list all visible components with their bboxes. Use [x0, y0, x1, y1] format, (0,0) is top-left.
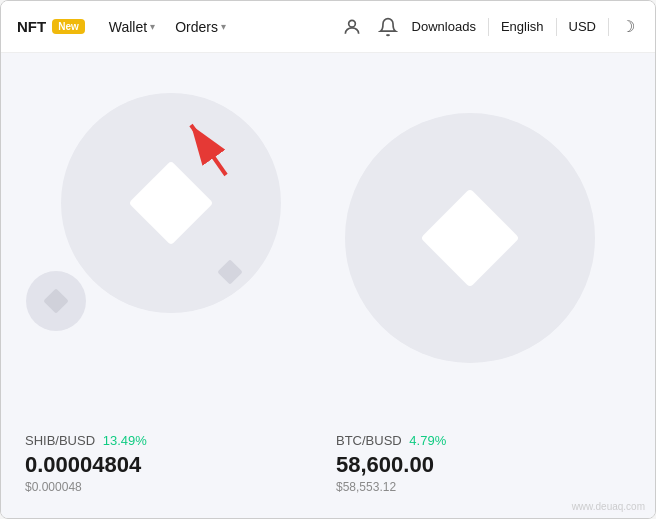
- divider-3: [608, 18, 609, 36]
- account-button[interactable]: [336, 11, 368, 43]
- logo: NFT: [17, 18, 46, 35]
- circle-right: [345, 113, 595, 363]
- main-content: SHIB/BUSD 13.49% 0.00004804 $0.000048 BT…: [1, 53, 655, 518]
- shib-price: 0.00004804: [25, 452, 320, 478]
- circle-left: [61, 93, 281, 313]
- currency-selector[interactable]: USD: [565, 15, 600, 38]
- btc-price: 58,600.00: [336, 452, 631, 478]
- circles-area: [1, 53, 655, 421]
- shib-pair-label: SHIB/BUSD: [25, 433, 95, 448]
- shib-usd: $0.000048: [25, 480, 320, 494]
- circle-small-left: [26, 271, 86, 331]
- diamond-right: [421, 189, 520, 288]
- downloads-link[interactable]: Downloads: [408, 15, 480, 38]
- btc-pair: BTC/BUSD 4.79%: [336, 433, 631, 448]
- bell-icon: [378, 17, 398, 37]
- btc-change: 4.79%: [409, 433, 446, 448]
- shib-change: 13.49%: [103, 433, 147, 448]
- browser-frame: NFT New Wallet ▾ Orders ▾ Downloads Engl…: [0, 0, 656, 519]
- shib-pair: SHIB/BUSD 13.49%: [25, 433, 320, 448]
- card-btc: BTC/BUSD 4.79% 58,600.00 $58,553.12: [328, 421, 639, 502]
- orders-menu[interactable]: Orders ▾: [167, 15, 234, 39]
- new-badge: New: [52, 19, 85, 34]
- navbar: NFT New Wallet ▾ Orders ▾ Downloads Engl…: [1, 1, 655, 53]
- card-shib: SHIB/BUSD 13.49% 0.00004804 $0.000048: [17, 421, 328, 502]
- diamond-small-left: [43, 288, 68, 313]
- language-selector[interactable]: English: [497, 15, 548, 38]
- diamond-left: [129, 161, 214, 246]
- divider-1: [488, 18, 489, 36]
- cards-row: SHIB/BUSD 13.49% 0.00004804 $0.000048 BT…: [1, 421, 655, 518]
- dark-mode-button[interactable]: ☽: [617, 13, 639, 40]
- svg-point-0: [348, 20, 355, 27]
- notifications-button[interactable]: [372, 11, 404, 43]
- wallet-label: Wallet: [109, 19, 147, 35]
- orders-chevron: ▾: [221, 21, 226, 32]
- btc-pair-label: BTC/BUSD: [336, 433, 402, 448]
- divider-2: [556, 18, 557, 36]
- account-icon: [342, 17, 362, 37]
- orders-label: Orders: [175, 19, 218, 35]
- wallet-menu[interactable]: Wallet ▾: [101, 15, 163, 39]
- wallet-chevron: ▾: [150, 21, 155, 32]
- watermark: www.deuaq.com: [572, 501, 645, 512]
- btc-usd: $58,553.12: [336, 480, 631, 494]
